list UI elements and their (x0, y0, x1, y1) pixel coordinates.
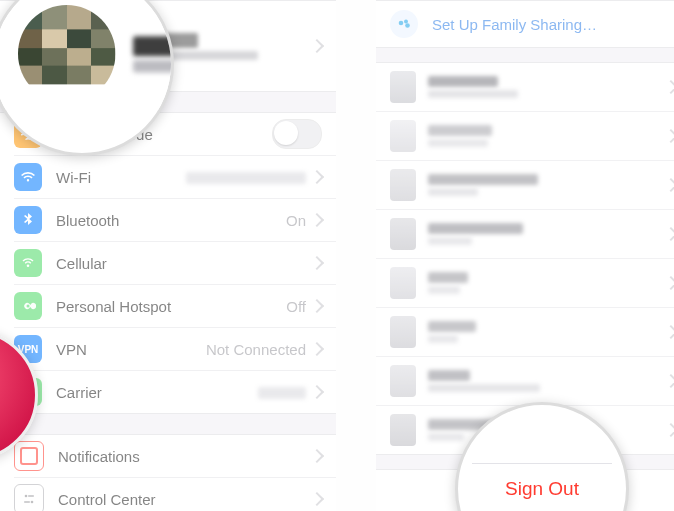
vpn-label: VPN (56, 341, 206, 358)
bluetooth-row[interactable]: Bluetooth On (14, 198, 336, 241)
svg-rect-1 (28, 495, 34, 496)
device-thumbnail (390, 169, 416, 201)
svg-point-0 (25, 495, 28, 498)
device-name-block (428, 73, 674, 101)
device-name-block (428, 122, 674, 150)
device-name-block (428, 269, 674, 297)
chevron-right-icon (310, 342, 324, 356)
svg-point-4 (399, 21, 404, 26)
chevron-right-icon (310, 213, 324, 227)
family-sharing-icon (390, 10, 418, 38)
hotspot-row[interactable]: Personal Hotspot Off (14, 284, 336, 327)
device-thumbnail (390, 414, 416, 446)
wifi-value (186, 167, 306, 186)
wifi-label: Wi-Fi (56, 169, 186, 186)
hotspot-value: Off (286, 298, 306, 315)
device-row[interactable] (376, 111, 674, 160)
device-thumbnail (390, 267, 416, 299)
device-row[interactable] (376, 63, 674, 111)
device-thumbnail (390, 120, 416, 152)
family-sharing-row[interactable]: Set Up Family Sharing… (376, 1, 674, 47)
device-thumbnail (390, 71, 416, 103)
device-row[interactable] (376, 356, 674, 405)
carrier-label: Carrier (56, 384, 258, 401)
wifi-row[interactable]: Wi-Fi (14, 155, 336, 198)
bluetooth-value: On (286, 212, 306, 229)
device-row[interactable] (376, 307, 674, 356)
device-name-block (428, 171, 674, 199)
svg-point-2 (31, 501, 34, 504)
hotspot-icon (14, 292, 42, 320)
chevron-right-icon (310, 299, 324, 313)
control-center-icon (14, 484, 44, 511)
family-sharing-label: Set Up Family Sharing… (432, 16, 597, 33)
device-thumbnail (390, 218, 416, 250)
sign-out-button-zoom[interactable]: Sign Out (472, 463, 612, 511)
chevron-right-icon (310, 492, 324, 506)
vpn-row[interactable]: VPN VPN Not Connected (14, 327, 336, 370)
bluetooth-label: Bluetooth (56, 212, 286, 229)
device-thumbnail (390, 365, 416, 397)
hotspot-label: Personal Hotspot (56, 298, 286, 315)
control-center-row[interactable]: Control Center (14, 477, 336, 511)
svg-point-5 (404, 20, 408, 24)
svg-point-6 (405, 23, 410, 28)
device-row[interactable] (376, 160, 674, 209)
device-name-block (428, 318, 674, 346)
notifications-row[interactable]: Notifications (0, 435, 336, 477)
svg-rect-3 (24, 501, 30, 502)
device-row[interactable] (376, 258, 674, 307)
chevron-right-icon (310, 170, 324, 184)
device-name-block (428, 367, 674, 395)
notifications-icon (14, 441, 44, 471)
cellular-label: Cellular (56, 255, 312, 272)
vpn-value: Not Connected (206, 341, 306, 358)
profile-avatar-zoom (18, 5, 116, 103)
cellular-row[interactable]: Cellular (14, 241, 336, 284)
carrier-row[interactable]: Carrier (14, 370, 336, 413)
device-row[interactable] (376, 209, 674, 258)
chevron-right-icon (310, 256, 324, 270)
chevron-right-icon (310, 39, 324, 53)
wifi-icon (14, 163, 42, 191)
carrier-value (258, 382, 306, 401)
bluetooth-icon (14, 206, 42, 234)
airplane-mode-toggle[interactable] (272, 119, 322, 149)
chevron-right-icon (310, 449, 324, 463)
sign-out-label-zoom: Sign Out (505, 478, 579, 499)
device-name-block (428, 220, 674, 248)
notifications-label: Notifications (58, 448, 312, 465)
device-thumbnail (390, 316, 416, 348)
chevron-right-icon (310, 385, 324, 399)
cellular-icon (14, 249, 42, 277)
control-center-label: Control Center (58, 491, 312, 508)
